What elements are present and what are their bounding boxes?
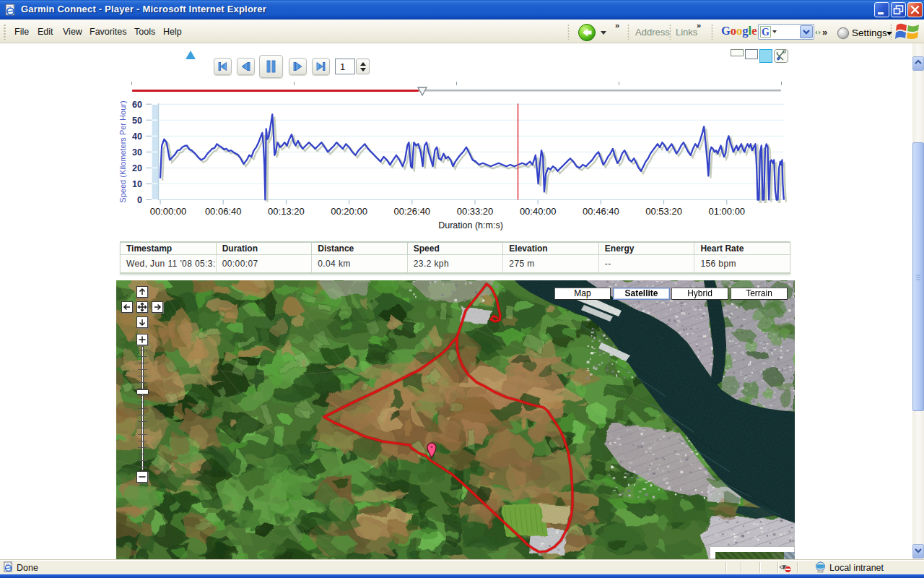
svg-text:00:13:20: 00:13:20 (268, 206, 305, 217)
svg-text:01:00:00: 01:00:00 (708, 206, 745, 217)
svg-text:20: 20 (132, 163, 142, 173)
svg-text:10: 10 (132, 179, 142, 189)
svg-text:00:00:00: 00:00:00 (150, 206, 187, 217)
svg-text:00:26:40: 00:26:40 (393, 206, 430, 217)
svg-text:0: 0 (137, 195, 142, 205)
svg-text:00:06:40: 00:06:40 (205, 206, 242, 217)
svg-text:50: 50 (132, 116, 142, 126)
svg-text:60: 60 (132, 100, 142, 110)
svg-text:00:40:00: 00:40:00 (520, 206, 557, 217)
svg-text:00:20:00: 00:20:00 (331, 206, 367, 217)
svg-text:00:46:40: 00:46:40 (583, 206, 619, 217)
svg-text:Speed (Kilometers Per Hour): Speed (Kilometers Per Hour) (118, 100, 127, 202)
svg-text:00:53:20: 00:53:20 (645, 206, 682, 217)
svg-text:40: 40 (132, 131, 142, 142)
svg-text:00:33:20: 00:33:20 (457, 206, 494, 217)
svg-text:30: 30 (132, 147, 142, 158)
svg-text:Duration (h:m:s): Duration (h:m:s) (438, 220, 503, 230)
